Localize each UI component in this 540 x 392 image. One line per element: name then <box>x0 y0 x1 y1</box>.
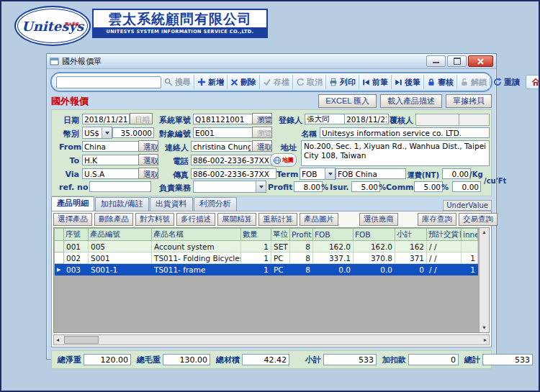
phone-label: 電話 <box>161 156 189 167</box>
sysno-input[interactable] <box>193 114 253 124</box>
address-textarea[interactable]: No.200, Sec. 1, Xiyuan Rd., Wanhua Dist.… <box>301 140 490 166</box>
scroll-right-icon[interactable]: ▸ <box>484 336 487 345</box>
currency-label: 幣別 <box>59 129 79 140</box>
table-row-selected[interactable]: ▶ 003 S001-1 TS011- frame 1 PC 8 0.0 0.0… <box>55 264 478 275</box>
sales-select[interactable] <box>193 181 266 193</box>
search-input[interactable] <box>56 76 161 88</box>
profit-input[interactable] <box>294 181 323 192</box>
col-product-name[interactable]: 產品名稱 <box>152 229 241 241</box>
isur-input[interactable] <box>351 181 380 192</box>
map-button[interactable]: 地圖 <box>270 153 297 167</box>
scroll-up-icon[interactable]: ▴ <box>482 228 485 237</box>
search-button[interactable]: 搜尋 <box>161 75 194 89</box>
from-pick-button[interactable]: 選取 <box>138 140 158 152</box>
copy-document-button[interactable]: 單據拷貝 <box>446 94 492 108</box>
col-fob2[interactable]: FOB <box>354 229 395 241</box>
delete-product-button[interactable]: 刪除產品 <box>94 213 133 226</box>
product-grid: 序號 產品編號 產品名稱 數量 單位 Profit FOB FOB 小計 預計交… <box>53 227 490 333</box>
term-desc-input[interactable] <box>336 168 406 179</box>
name-input[interactable] <box>320 127 490 138</box>
product-image-button[interactable]: 產品圖片 <box>300 213 338 226</box>
multiline-desc-button[interactable]: 多行描述 <box>176 213 215 226</box>
term-dropdown[interactable] <box>325 168 335 179</box>
col-profit[interactable]: Profit <box>290 229 313 241</box>
scroll-down-icon[interactable]: ▾ <box>482 324 485 332</box>
quotation-window: 國外報價單 搜尋 新增 刪除 <box>46 53 497 360</box>
minimize-icon <box>433 62 439 63</box>
tab-adjustments-notes[interactable]: 加扣款/備註 <box>95 197 149 211</box>
col-inner[interactable]: inner <box>462 229 478 241</box>
scroll-left-icon[interactable]: ◂ <box>56 336 59 345</box>
marker-header <box>55 229 64 241</box>
load-product-desc-button[interactable]: 載入產品描述 <box>380 94 442 108</box>
freight-input[interactable] <box>442 168 471 179</box>
date-button[interactable]: 日期 <box>130 113 153 124</box>
print-button[interactable]: 列印 <box>325 75 359 89</box>
logo-text: Unitesys <box>22 19 84 34</box>
main-toolbar: 搜尋 新增 刪除 存檔 取消 <box>50 72 492 92</box>
col-unit[interactable]: 單位 <box>271 229 290 241</box>
recalculate-button[interactable]: 重新計算 <box>258 213 297 226</box>
select-product-button[interactable]: 選擇產品 <box>53 213 92 226</box>
save-button[interactable]: 存檔 <box>259 75 292 89</box>
chevron-down-icon <box>328 173 333 176</box>
table-row[interactable]: 002 S001 TS011- Folding Bicycles 1 PC 8 … <box>55 252 478 264</box>
fax-input[interactable] <box>191 168 276 179</box>
close-button[interactable] <box>468 55 493 67</box>
vertical-scrollbar[interactable]: ▴ ▾ <box>479 228 489 332</box>
cancel-button[interactable]: 取消 <box>292 75 325 89</box>
tab-shipping-info[interactable]: 出貨資料 <box>150 197 193 211</box>
refno-input[interactable] <box>89 181 151 192</box>
reload-button[interactable]: 重讀 <box>490 75 523 89</box>
scrollbar-thumb[interactable] <box>64 336 99 344</box>
expand-calc-button[interactable]: 展開精算 <box>217 213 256 226</box>
col-product-code[interactable]: 產品編號 <box>89 229 152 241</box>
partner-input[interactable] <box>193 127 253 138</box>
currency-select[interactable]: US$ <box>82 127 112 139</box>
date-input[interactable] <box>82 114 130 124</box>
titlebar[interactable]: 國外報價單 <box>47 54 496 69</box>
from-input[interactable] <box>82 141 140 152</box>
counterpart-code-button[interactable]: 對方料號 <box>135 213 174 226</box>
prev-record-button[interactable]: 前筆 <box>359 75 391 89</box>
exchange-rate-input[interactable] <box>112 127 154 138</box>
horizontal-scrollbar[interactable]: ◂ ▸ <box>53 334 490 345</box>
next-record-button[interactable]: 後筆 <box>391 75 423 89</box>
partner-browse-button[interactable]: 瀏覽 <box>252 127 272 138</box>
currency-dropdown[interactable] <box>102 127 112 138</box>
home-button[interactable]: 首頁 <box>526 75 540 89</box>
sysno-browse-button[interactable]: 瀏覽 <box>252 113 272 124</box>
maximize-button[interactable] <box>447 55 467 67</box>
select-supplier-button[interactable]: 選供應商 <box>359 213 398 226</box>
unlock-button[interactable]: 解鎖 <box>456 75 490 89</box>
col-qty[interactable]: 數量 <box>241 229 271 241</box>
phone-input[interactable] <box>191 155 276 165</box>
col-seq[interactable]: 序號 <box>64 229 89 241</box>
comm-input[interactable] <box>414 181 443 192</box>
table-row[interactable]: 001 005 Account system 1 SET 8 162.0 162… <box>55 241 478 252</box>
to-pick-button[interactable]: 選取 <box>138 154 158 165</box>
gross-weight-field <box>163 354 210 365</box>
add-button[interactable]: 新增 <box>194 75 227 89</box>
excel-import-button[interactable]: EXCEL 匯入 <box>318 94 377 108</box>
cuft-input[interactable] <box>452 181 481 192</box>
contact-pick-button[interactable]: 選取 <box>252 140 272 152</box>
via-pick-button[interactable]: 選取 <box>138 168 158 179</box>
stock-query-button[interactable]: 庫存查詢 <box>418 213 456 226</box>
delete-button[interactable]: 刪除 <box>227 75 259 89</box>
contact-input[interactable] <box>191 141 253 152</box>
term-select[interactable]: FOB <box>300 168 336 180</box>
tab-product-detail[interactable]: 產品明細 <box>51 196 94 211</box>
sales-dropdown[interactable] <box>256 181 266 192</box>
col-delivery-date[interactable]: 預計交貨日 <box>427 229 462 241</box>
tab-profit-analysis[interactable]: 利潤分析 <box>194 197 237 211</box>
minimize-button[interactable] <box>426 55 446 67</box>
col-fob1[interactable]: FOB <box>313 229 354 241</box>
refno-label: ref. no <box>59 183 86 192</box>
from-label: From <box>59 142 79 152</box>
via-input[interactable] <box>82 168 140 179</box>
approve-button[interactable]: 審核 <box>423 75 456 89</box>
to-input[interactable] <box>82 155 140 165</box>
col-subtotal[interactable]: 小計 <box>395 229 427 241</box>
transaction-query-button[interactable]: 交易查詢 <box>459 213 498 226</box>
